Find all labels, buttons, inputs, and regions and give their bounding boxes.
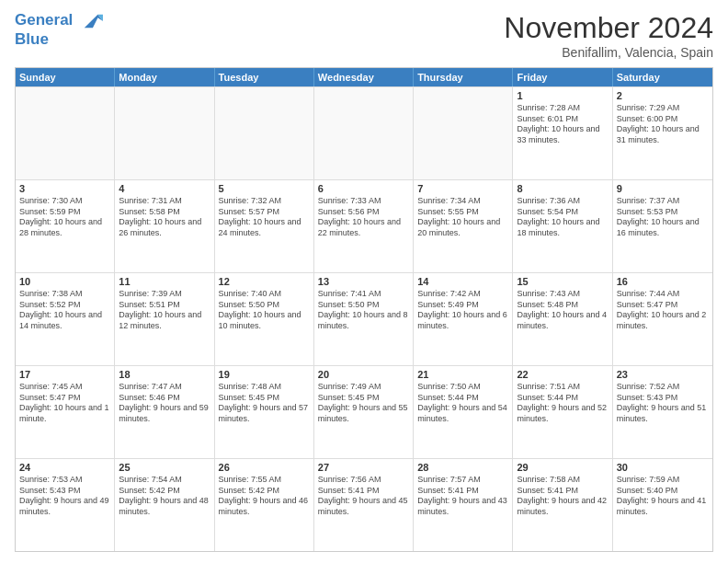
week-row-2: 10Sunrise: 7:38 AMSunset: 5:52 PMDayligh… <box>16 272 712 365</box>
day-info-27: Sunrise: 7:56 AMSunset: 5:41 PMDaylight:… <box>318 475 409 518</box>
cal-cell-14: 14Sunrise: 7:42 AMSunset: 5:49 PMDayligh… <box>414 273 513 365</box>
day-number-4: 4 <box>119 183 210 194</box>
logo-line1: General <box>15 11 105 31</box>
header-day-thursday: Thursday <box>414 68 513 86</box>
cal-cell-4: 4Sunrise: 7:31 AMSunset: 5:58 PMDaylight… <box>115 180 214 272</box>
day-info-9: Sunrise: 7:37 AMSunset: 5:53 PMDaylight:… <box>617 196 709 239</box>
header-day-tuesday: Tuesday <box>215 68 314 86</box>
calendar-body: 1Sunrise: 7:28 AMSunset: 6:01 PMDaylight… <box>16 86 712 551</box>
day-number-11: 11 <box>119 276 210 287</box>
day-number-7: 7 <box>417 183 508 194</box>
day-number-6: 6 <box>318 183 409 194</box>
cal-cell-30: 30Sunrise: 7:59 AMSunset: 5:40 PMDayligh… <box>613 459 712 551</box>
cal-cell-27: 27Sunrise: 7:56 AMSunset: 5:41 PMDayligh… <box>314 459 414 551</box>
cal-cell-21: 21Sunrise: 7:50 AMSunset: 5:44 PMDayligh… <box>414 366 513 458</box>
logo-line2: Blue <box>15 31 105 49</box>
day-info-25: Sunrise: 7:54 AMSunset: 5:42 PMDaylight:… <box>119 475 210 518</box>
day-number-13: 13 <box>318 276 409 287</box>
cal-cell-25: 25Sunrise: 7:54 AMSunset: 5:42 PMDayligh… <box>115 459 214 551</box>
cal-cell-empty-0 <box>16 87 115 179</box>
day-number-24: 24 <box>19 462 110 473</box>
cal-cell-empty-3 <box>314 87 414 179</box>
day-info-15: Sunrise: 7:43 AMSunset: 5:48 PMDaylight:… <box>517 289 608 332</box>
calendar: SundayMondayTuesdayWednesdayThursdayFrid… <box>15 67 713 552</box>
day-info-11: Sunrise: 7:39 AMSunset: 5:51 PMDaylight:… <box>119 289 210 332</box>
cal-cell-23: 23Sunrise: 7:52 AMSunset: 5:43 PMDayligh… <box>613 366 712 458</box>
day-info-2: Sunrise: 7:29 AMSunset: 6:00 PMDaylight:… <box>617 103 709 146</box>
location: Benifallim, Valencia, Spain <box>504 45 713 60</box>
day-number-5: 5 <box>219 183 310 194</box>
day-number-25: 25 <box>119 462 210 473</box>
title-block: November 2024 Benifallim, Valencia, Spai… <box>504 11 713 60</box>
header-day-saturday: Saturday <box>613 68 712 86</box>
cal-cell-16: 16Sunrise: 7:44 AMSunset: 5:47 PMDayligh… <box>613 273 712 365</box>
day-number-16: 16 <box>617 276 709 287</box>
day-info-19: Sunrise: 7:48 AMSunset: 5:45 PMDaylight:… <box>219 382 310 425</box>
day-number-23: 23 <box>617 369 709 380</box>
day-number-28: 28 <box>417 462 508 473</box>
day-number-3: 3 <box>19 183 110 194</box>
day-info-20: Sunrise: 7:49 AMSunset: 5:45 PMDaylight:… <box>318 382 409 425</box>
cal-cell-empty-4 <box>414 87 513 179</box>
day-info-1: Sunrise: 7:28 AMSunset: 6:01 PMDaylight:… <box>517 103 608 146</box>
header-day-monday: Monday <box>115 68 214 86</box>
week-row-3: 17Sunrise: 7:45 AMSunset: 5:47 PMDayligh… <box>16 365 712 458</box>
day-number-17: 17 <box>19 369 110 380</box>
day-info-22: Sunrise: 7:51 AMSunset: 5:44 PMDaylight:… <box>517 382 608 425</box>
cal-cell-12: 12Sunrise: 7:40 AMSunset: 5:50 PMDayligh… <box>215 273 314 365</box>
cal-cell-1: 1Sunrise: 7:28 AMSunset: 6:01 PMDaylight… <box>513 87 612 179</box>
day-number-22: 22 <box>517 369 608 380</box>
day-info-6: Sunrise: 7:33 AMSunset: 5:56 PMDaylight:… <box>318 196 409 239</box>
day-info-8: Sunrise: 7:36 AMSunset: 5:54 PMDaylight:… <box>517 196 608 239</box>
day-number-9: 9 <box>617 183 709 194</box>
day-info-26: Sunrise: 7:55 AMSunset: 5:42 PMDaylight:… <box>219 475 310 518</box>
cal-cell-2: 2Sunrise: 7:29 AMSunset: 6:00 PMDaylight… <box>613 87 712 179</box>
day-number-8: 8 <box>517 183 608 194</box>
cal-cell-20: 20Sunrise: 7:49 AMSunset: 5:45 PMDayligh… <box>314 366 414 458</box>
header-day-wednesday: Wednesday <box>314 68 414 86</box>
cal-cell-7: 7Sunrise: 7:34 AMSunset: 5:55 PMDaylight… <box>414 180 513 272</box>
day-info-28: Sunrise: 7:57 AMSunset: 5:41 PMDaylight:… <box>417 475 508 518</box>
day-info-23: Sunrise: 7:52 AMSunset: 5:43 PMDaylight:… <box>617 382 709 425</box>
month-title: November 2024 <box>504 11 713 45</box>
cal-cell-17: 17Sunrise: 7:45 AMSunset: 5:47 PMDayligh… <box>16 366 115 458</box>
day-number-27: 27 <box>318 462 409 473</box>
day-number-18: 18 <box>119 369 210 380</box>
day-number-30: 30 <box>617 462 709 473</box>
day-info-18: Sunrise: 7:47 AMSunset: 5:46 PMDaylight:… <box>119 382 210 425</box>
cal-cell-9: 9Sunrise: 7:37 AMSunset: 5:53 PMDaylight… <box>613 180 712 272</box>
header-day-friday: Friday <box>513 68 612 86</box>
cal-cell-29: 29Sunrise: 7:58 AMSunset: 5:41 PMDayligh… <box>513 459 612 551</box>
day-number-20: 20 <box>318 369 409 380</box>
day-info-29: Sunrise: 7:58 AMSunset: 5:41 PMDaylight:… <box>517 475 608 518</box>
day-info-4: Sunrise: 7:31 AMSunset: 5:58 PMDaylight:… <box>119 196 210 239</box>
cal-cell-24: 24Sunrise: 7:53 AMSunset: 5:43 PMDayligh… <box>16 459 115 551</box>
day-number-26: 26 <box>219 462 310 473</box>
day-info-21: Sunrise: 7:50 AMSunset: 5:44 PMDaylight:… <box>417 382 508 425</box>
day-number-21: 21 <box>417 369 508 380</box>
day-number-14: 14 <box>417 276 508 287</box>
cal-cell-28: 28Sunrise: 7:57 AMSunset: 5:41 PMDayligh… <box>414 459 513 551</box>
cal-cell-22: 22Sunrise: 7:51 AMSunset: 5:44 PMDayligh… <box>513 366 612 458</box>
day-info-13: Sunrise: 7:41 AMSunset: 5:50 PMDaylight:… <box>318 289 409 332</box>
day-info-12: Sunrise: 7:40 AMSunset: 5:50 PMDaylight:… <box>219 289 310 332</box>
cal-cell-8: 8Sunrise: 7:36 AMSunset: 5:54 PMDaylight… <box>513 180 612 272</box>
day-number-12: 12 <box>219 276 310 287</box>
cal-cell-13: 13Sunrise: 7:41 AMSunset: 5:50 PMDayligh… <box>314 273 414 365</box>
day-number-15: 15 <box>517 276 608 287</box>
week-row-0: 1Sunrise: 7:28 AMSunset: 6:01 PMDaylight… <box>16 86 712 179</box>
day-info-16: Sunrise: 7:44 AMSunset: 5:47 PMDaylight:… <box>617 289 709 332</box>
calendar-header: SundayMondayTuesdayWednesdayThursdayFrid… <box>16 68 712 86</box>
cal-cell-empty-1 <box>115 87 214 179</box>
day-number-10: 10 <box>19 276 110 287</box>
week-row-1: 3Sunrise: 7:30 AMSunset: 5:59 PMDaylight… <box>16 179 712 272</box>
cal-cell-19: 19Sunrise: 7:48 AMSunset: 5:45 PMDayligh… <box>215 366 314 458</box>
day-info-5: Sunrise: 7:32 AMSunset: 5:57 PMDaylight:… <box>219 196 310 239</box>
cal-cell-11: 11Sunrise: 7:39 AMSunset: 5:51 PMDayligh… <box>115 273 214 365</box>
logo: General Blue <box>15 11 105 49</box>
day-info-17: Sunrise: 7:45 AMSunset: 5:47 PMDaylight:… <box>19 382 110 425</box>
week-row-4: 24Sunrise: 7:53 AMSunset: 5:43 PMDayligh… <box>16 458 712 551</box>
day-info-30: Sunrise: 7:59 AMSunset: 5:40 PMDaylight:… <box>617 475 709 518</box>
cal-cell-3: 3Sunrise: 7:30 AMSunset: 5:59 PMDaylight… <box>16 180 115 272</box>
day-info-10: Sunrise: 7:38 AMSunset: 5:52 PMDaylight:… <box>19 289 110 332</box>
